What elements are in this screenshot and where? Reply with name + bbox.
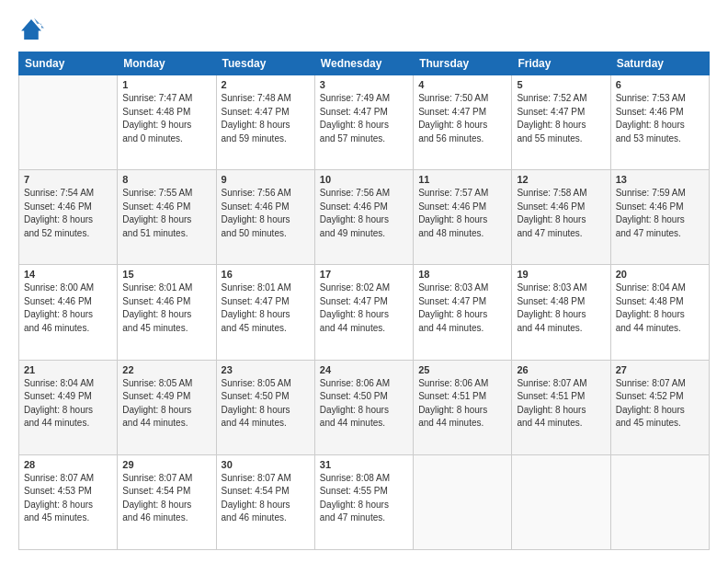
calendar-cell: 29Sunrise: 8:07 AM Sunset: 4:54 PM Dayli… [118,454,216,549]
calendar-cell: 2Sunrise: 7:48 AM Sunset: 4:47 PM Daylig… [216,75,314,170]
day-number: 27 [616,364,704,375]
cell-info: Sunrise: 8:03 AM Sunset: 4:47 PM Dayligh… [418,282,506,335]
day-number: 6 [616,79,704,90]
calendar-cell: 17Sunrise: 8:02 AM Sunset: 4:47 PM Dayli… [314,265,413,360]
day-number: 11 [418,174,506,185]
day-number: 18 [418,269,506,280]
calendar-row-4: 28Sunrise: 8:07 AM Sunset: 4:53 PM Dayli… [19,454,710,549]
cell-info: Sunrise: 8:06 AM Sunset: 4:51 PM Dayligh… [418,377,506,431]
calendar-row-3: 21Sunrise: 8:04 AM Sunset: 4:49 PM Dayli… [19,360,710,454]
calendar-cell: 7Sunrise: 7:54 AM Sunset: 4:46 PM Daylig… [19,170,118,265]
cell-info: Sunrise: 7:58 AM Sunset: 4:46 PM Dayligh… [517,187,605,240]
page: SundayMondayTuesdayWednesdayThursdayFrid… [0,0,728,563]
cell-info: Sunrise: 8:07 AM Sunset: 4:53 PM Dayligh… [24,472,112,525]
weekday-header-friday: Friday [512,52,610,75]
cell-info: Sunrise: 7:56 AM Sunset: 4:46 PM Dayligh… [222,187,310,240]
cell-info: Sunrise: 8:04 AM Sunset: 4:49 PM Dayligh… [24,377,112,431]
cell-info: Sunrise: 8:03 AM Sunset: 4:48 PM Dayligh… [517,282,605,335]
day-number: 9 [222,174,310,185]
calendar-cell: 8Sunrise: 7:55 AM Sunset: 4:46 PM Daylig… [118,170,216,265]
calendar-table: SundayMondayTuesdayWednesdayThursdayFrid… [18,52,710,550]
cell-info: Sunrise: 7:48 AM Sunset: 4:47 PM Dayligh… [222,92,310,145]
calendar-row-0: 1Sunrise: 7:47 AM Sunset: 4:48 PM Daylig… [19,75,710,170]
cell-info: Sunrise: 7:55 AM Sunset: 4:46 PM Dayligh… [122,187,210,240]
cell-info: Sunrise: 7:50 AM Sunset: 4:47 PM Dayligh… [418,92,506,145]
day-number: 12 [517,174,605,185]
calendar-row-1: 7Sunrise: 7:54 AM Sunset: 4:46 PM Daylig… [19,170,710,265]
day-number: 28 [24,459,112,470]
cell-info: Sunrise: 8:06 AM Sunset: 4:50 PM Dayligh… [320,377,408,431]
calendar-cell: 15Sunrise: 8:01 AM Sunset: 4:46 PM Dayli… [118,265,216,360]
calendar-cell: 16Sunrise: 8:01 AM Sunset: 4:47 PM Dayli… [216,265,314,360]
cell-info: Sunrise: 8:02 AM Sunset: 4:47 PM Dayligh… [320,282,408,335]
cell-info: Sunrise: 7:57 AM Sunset: 4:46 PM Dayligh… [418,187,506,240]
calendar-cell: 23Sunrise: 8:05 AM Sunset: 4:50 PM Dayli… [216,360,314,454]
logo-icon [18,17,44,42]
cell-info: Sunrise: 8:07 AM Sunset: 4:54 PM Dayligh… [222,472,310,525]
day-number: 10 [320,174,408,185]
day-number: 2 [222,79,310,90]
calendar-cell: 25Sunrise: 8:06 AM Sunset: 4:51 PM Dayli… [414,360,512,454]
cell-info: Sunrise: 8:08 AM Sunset: 4:55 PM Dayligh… [320,472,408,525]
day-number: 29 [122,459,210,470]
calendar-cell: 11Sunrise: 7:57 AM Sunset: 4:46 PM Dayli… [414,170,512,265]
day-number: 1 [122,79,210,90]
cell-info: Sunrise: 7:59 AM Sunset: 4:46 PM Dayligh… [616,187,704,240]
calendar-cell: 1Sunrise: 7:47 AM Sunset: 4:48 PM Daylig… [118,75,216,170]
calendar-cell: 21Sunrise: 8:04 AM Sunset: 4:49 PM Dayli… [19,360,118,454]
day-number: 30 [222,459,310,470]
calendar-cell: 13Sunrise: 7:59 AM Sunset: 4:46 PM Dayli… [610,170,709,265]
cell-info: Sunrise: 7:53 AM Sunset: 4:46 PM Dayligh… [616,92,704,145]
cell-info: Sunrise: 7:56 AM Sunset: 4:46 PM Dayligh… [320,187,408,240]
cell-info: Sunrise: 8:07 AM Sunset: 4:52 PM Dayligh… [616,377,704,431]
day-number: 24 [320,364,408,375]
calendar-cell: 19Sunrise: 8:03 AM Sunset: 4:48 PM Dayli… [512,265,610,360]
day-number: 31 [320,459,408,470]
day-number: 3 [320,79,408,90]
day-number: 16 [222,269,310,280]
calendar-cell: 9Sunrise: 7:56 AM Sunset: 4:46 PM Daylig… [216,170,314,265]
day-number: 20 [616,269,704,280]
calendar-cell: 31Sunrise: 8:08 AM Sunset: 4:55 PM Dayli… [314,454,413,549]
calendar-cell: 5Sunrise: 7:52 AM Sunset: 4:47 PM Daylig… [512,75,610,170]
cell-info: Sunrise: 8:01 AM Sunset: 4:47 PM Dayligh… [222,282,310,335]
cell-info: Sunrise: 7:49 AM Sunset: 4:47 PM Dayligh… [320,92,408,145]
calendar-cell: 10Sunrise: 7:56 AM Sunset: 4:46 PM Dayli… [314,170,413,265]
calendar-cell: 24Sunrise: 8:06 AM Sunset: 4:50 PM Dayli… [314,360,413,454]
logo [18,17,48,42]
day-number: 17 [320,269,408,280]
day-number: 19 [517,269,605,280]
cell-info: Sunrise: 7:54 AM Sunset: 4:46 PM Dayligh… [24,187,112,240]
weekday-header-thursday: Thursday [414,52,512,75]
calendar-row-2: 14Sunrise: 8:00 AM Sunset: 4:46 PM Dayli… [19,265,710,360]
cell-info: Sunrise: 8:01 AM Sunset: 4:46 PM Dayligh… [122,282,210,335]
day-number: 14 [24,269,112,280]
cell-info: Sunrise: 8:05 AM Sunset: 4:50 PM Dayligh… [222,377,310,431]
cell-info: Sunrise: 8:00 AM Sunset: 4:46 PM Dayligh… [24,282,112,335]
cell-info: Sunrise: 8:07 AM Sunset: 4:54 PM Dayligh… [122,472,210,525]
calendar-cell: 30Sunrise: 8:07 AM Sunset: 4:54 PM Dayli… [216,454,314,549]
cell-info: Sunrise: 7:52 AM Sunset: 4:47 PM Dayligh… [517,92,605,145]
calendar-cell: 22Sunrise: 8:05 AM Sunset: 4:49 PM Dayli… [118,360,216,454]
calendar-cell: 3Sunrise: 7:49 AM Sunset: 4:47 PM Daylig… [314,75,413,170]
calendar-cell: 18Sunrise: 8:03 AM Sunset: 4:47 PM Dayli… [414,265,512,360]
weekday-header-sunday: Sunday [19,52,118,75]
calendar-cell [512,454,610,549]
day-number: 15 [122,269,210,280]
day-number: 21 [24,364,112,375]
calendar-cell [414,454,512,549]
calendar-cell: 4Sunrise: 7:50 AM Sunset: 4:47 PM Daylig… [414,75,512,170]
day-number: 8 [122,174,210,185]
weekday-header-monday: Monday [118,52,216,75]
cell-info: Sunrise: 8:04 AM Sunset: 4:48 PM Dayligh… [616,282,704,335]
day-number: 13 [616,174,704,185]
weekday-header-row: SundayMondayTuesdayWednesdayThursdayFrid… [19,52,710,75]
calendar-cell [19,75,118,170]
cell-info: Sunrise: 7:47 AM Sunset: 4:48 PM Dayligh… [122,92,210,145]
header [18,17,710,42]
calendar-cell: 6Sunrise: 7:53 AM Sunset: 4:46 PM Daylig… [610,75,709,170]
calendar-cell: 20Sunrise: 8:04 AM Sunset: 4:48 PM Dayli… [610,265,709,360]
cell-info: Sunrise: 8:07 AM Sunset: 4:51 PM Dayligh… [517,377,605,431]
weekday-header-wednesday: Wednesday [314,52,413,75]
day-number: 5 [517,79,605,90]
